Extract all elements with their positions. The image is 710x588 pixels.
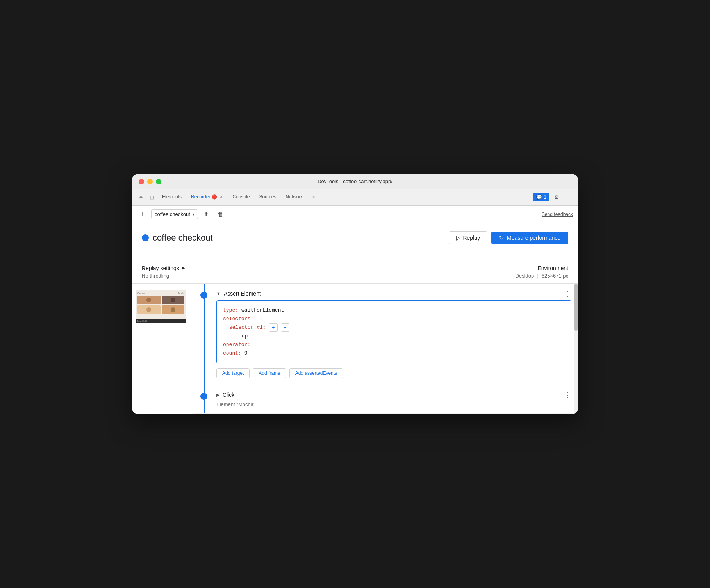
add-recording-button[interactable]: +	[137, 209, 148, 220]
step-subtitle-click: Element "Mocha"	[216, 401, 571, 407]
recording-selector-label: coffee checkout	[155, 211, 190, 217]
more-vert-icon: ⋮	[564, 290, 571, 298]
tab-recorder[interactable]: Recorder 🔴 ✕	[186, 189, 228, 205]
tab-console[interactable]: Console	[228, 189, 254, 205]
performance-icon: ↻	[499, 235, 504, 241]
add-target-button[interactable]: Add target	[216, 368, 250, 378]
play-icon: ▷	[456, 235, 460, 241]
plus-icon: +	[141, 210, 145, 218]
env-divider: |	[537, 273, 538, 279]
step-title-row-click: ▶ Click	[216, 392, 234, 398]
more-vert-icon: ⋮	[564, 391, 571, 399]
settings-left: Replay settings ▶ No throttling	[142, 265, 185, 279]
step-more-button-assert[interactable]: ⋮	[564, 290, 571, 297]
step-assert-element: ▼ Assert Element ⋮ type: waitForElement …	[193, 284, 578, 385]
recording-thumbnail: CapreseMocha	[136, 290, 186, 323]
step-dot-assert	[200, 292, 207, 299]
step-expand-icon-click[interactable]: ▶	[216, 392, 219, 397]
settings-row: Replay settings ▶ No throttling Environm…	[132, 257, 578, 284]
plus-icon: +	[272, 324, 275, 330]
pick-selector-button[interactable]: ⊹	[257, 315, 265, 323]
operator-key: operator:	[223, 340, 250, 349]
recording-header: coffee checkout ▷ Replay ↻ Measure perfo…	[142, 231, 568, 244]
chat-icon: 💬	[536, 194, 542, 200]
pick-icon: ⊹	[259, 316, 263, 321]
send-feedback-link[interactable]: Send feedback	[542, 212, 573, 217]
export-button[interactable]: ⬆	[201, 209, 212, 220]
recorder-toolbar: + coffee checkout ▾ ⬆ 🗑 Send feedback	[132, 206, 578, 223]
minimize-window-button[interactable]	[147, 179, 153, 184]
cursor-icon-button[interactable]: ⌖	[136, 192, 146, 203]
window-controls	[139, 179, 161, 184]
step-code-block: type: waitForElement selectors: ⊹ select…	[216, 300, 571, 364]
close-window-button[interactable]	[139, 179, 144, 184]
count-key: count:	[223, 349, 241, 358]
more-options-button[interactable]: ⋮	[564, 192, 574, 203]
scrollbar-track	[574, 284, 578, 414]
recording-title: coffee checkout	[153, 233, 213, 243]
chat-button[interactable]: 💬 1	[533, 193, 549, 201]
step-dot-click	[200, 393, 207, 400]
step-header-assert: ▼ Assert Element ⋮	[216, 290, 571, 297]
minus-icon: −	[284, 324, 287, 330]
replay-button[interactable]: ▷ Replay	[449, 231, 487, 244]
environment-label: Environment	[516, 265, 568, 271]
tab-more[interactable]: »	[307, 189, 319, 205]
remove-selector-button[interactable]: −	[281, 323, 289, 332]
settings-expand-arrow: ▶	[182, 265, 185, 271]
header-divider	[142, 251, 568, 251]
steps-main: ▼ Assert Element ⋮ type: waitForElement …	[193, 284, 578, 414]
title-bar: DevTools - coffee-cart.netlify.app/	[132, 174, 578, 189]
tab-sources[interactable]: Sources	[254, 189, 281, 205]
selector-val: .cup	[235, 332, 248, 340]
upload-icon: ⬆	[204, 211, 209, 218]
layers-icon: ⊡	[150, 194, 154, 200]
recording-actions: ▷ Replay ↻ Measure performance	[449, 231, 568, 244]
recording-icon: 🔴	[212, 194, 217, 200]
maximize-window-button[interactable]	[156, 179, 161, 184]
step-collapse-icon[interactable]: ▼	[216, 291, 221, 296]
replay-settings-label[interactable]: Replay settings ▶	[142, 265, 185, 271]
recording-selector[interactable]: coffee checkout ▾	[151, 209, 198, 219]
step-more-button-click[interactable]: ⋮	[564, 391, 571, 398]
scrollbar-thumb[interactable]	[574, 284, 578, 331]
steps-container: CapreseMocha	[132, 284, 578, 414]
thumbnail-panel: CapreseMocha	[132, 284, 193, 414]
step-title-click: Click	[223, 392, 234, 398]
step-title-row-assert: ▼ Assert Element	[216, 290, 261, 297]
step-click: ▶ Click ⋮ Element "Mocha"	[193, 385, 578, 414]
gear-icon: ⚙	[554, 194, 559, 200]
devtools-window: DevTools - coffee-cart.netlify.app/ ⌖ ⊡ …	[132, 174, 578, 414]
devtools-tab-bar: ⌖ ⊡ Elements Recorder 🔴 ✕ Console Source…	[132, 189, 578, 206]
tab-elements[interactable]: Elements	[157, 189, 186, 205]
step-header-click: ▶ Click ⋮	[216, 391, 571, 398]
add-frame-button[interactable]: Add frame	[253, 368, 286, 378]
step-actions-assert: Add target Add frame Add assertedEvents	[216, 368, 571, 378]
environment-value: Desktop | 625×671 px	[516, 273, 568, 279]
tab-close-icon[interactable]: ✕	[219, 194, 223, 200]
recording-title-section: coffee checkout	[142, 233, 213, 243]
type-key: type:	[223, 306, 238, 315]
thumbnail-footer: Total: $0.00	[136, 319, 186, 323]
environment-section: Environment Desktop | 625×671 px	[516, 265, 568, 279]
add-selector-button[interactable]: +	[269, 323, 278, 332]
tab-network[interactable]: Network	[281, 189, 307, 205]
measure-performance-button[interactable]: ↻ Measure performance	[491, 232, 568, 244]
window-title: DevTools - coffee-cart.netlify.app/	[318, 178, 392, 184]
count-val: 9	[244, 349, 248, 358]
operator-val: ==	[253, 340, 260, 349]
delete-button[interactable]: 🗑	[215, 209, 226, 220]
more-vert-icon: ⋮	[566, 194, 572, 200]
chevron-down-icon: ▾	[193, 212, 194, 216]
recorder-content: coffee checkout ▷ Replay ↻ Measure perfo…	[132, 223, 578, 257]
layers-icon-button[interactable]: ⊡	[146, 192, 157, 203]
selectors-key: selectors:	[223, 315, 253, 323]
settings-icon-button[interactable]: ⚙	[551, 192, 562, 203]
add-asserted-events-button[interactable]: Add assertedEvents	[289, 368, 343, 378]
trash-icon: 🗑	[218, 211, 223, 217]
devtools-right-icons: 💬 1 ⚙ ⋮	[533, 192, 574, 203]
recording-status-dot	[142, 234, 149, 241]
selector1-key: selector #1:	[229, 323, 266, 332]
step-title-assert: Assert Element	[224, 290, 261, 297]
type-val: waitForElement	[241, 306, 284, 315]
